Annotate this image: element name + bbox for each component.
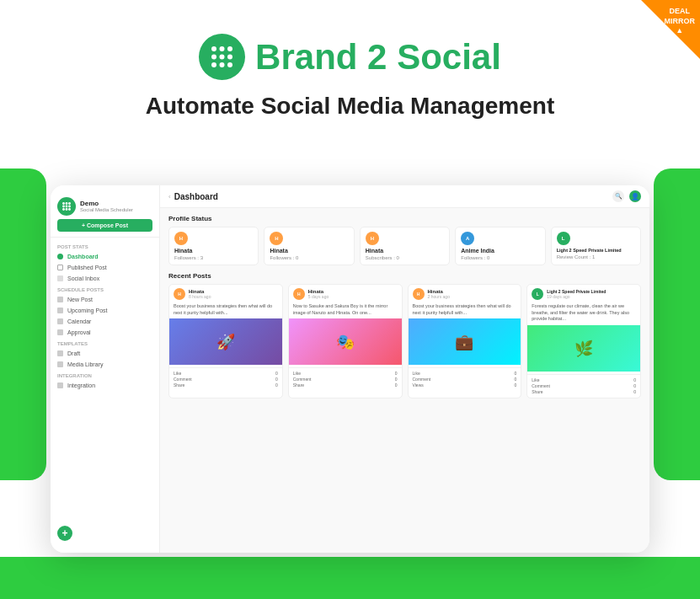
like-val-1: 0 — [395, 371, 398, 376]
post-time-3: 19 days ago — [547, 294, 636, 299]
post-stat-views-2: Views 0 — [413, 382, 517, 388]
profile-card-3: A Anime India Followers : 0 — [455, 227, 545, 265]
search-icon[interactable]: 🔍 — [612, 190, 624, 202]
profile-status-title: Profile Status — [168, 215, 641, 222]
schedule-posts-label: SCHEDULE POSTS — [51, 284, 159, 294]
post-text-2: Boost your business strategies then what… — [409, 303, 521, 318]
post-stat-share-1: Share 0 — [293, 382, 398, 388]
profile-stat-2: Subscribers : 0 — [366, 255, 444, 260]
post-meta-3: Light 2 Speed Private Limited 19 days ag… — [547, 289, 636, 299]
post-text-3: Forests regulate our climate, clean the … — [527, 303, 640, 325]
comment-label-2: Comment — [413, 377, 431, 382]
profile-card-1: H Hinata Followers : 0 — [264, 227, 354, 265]
sidebar-item-new-post[interactable]: New Post — [51, 294, 159, 305]
svg-point-12 — [62, 206, 65, 208]
brand-name: Brand 2 Social — [255, 37, 501, 78]
sidebar-logo-row: Demo Social Media Scheduler — [57, 197, 152, 216]
sidebar-item-approval[interactable]: Approval — [51, 327, 159, 338]
topbar-icons: 🔍 👤 — [612, 190, 641, 202]
media-library-icon — [57, 361, 63, 367]
sidebar-item-social-inbox[interactable]: Social Inbox — [51, 273, 159, 284]
post-stat-comment-2: Comment 0 — [413, 377, 517, 382]
post-card-header-3: L Light 2 Speed Private Limited 19 days … — [527, 285, 640, 303]
dashboard-mockup: Demo Social Media Scheduler + Compose Po… — [51, 185, 649, 553]
profile-card-2: H Hinata Subscribers : 0 — [360, 227, 450, 265]
sidebar-item-dashboard[interactable]: Dashboard — [51, 251, 159, 262]
user-icon[interactable]: 👤 — [629, 190, 641, 202]
post-meta-1: Hinata 5 days ago — [308, 289, 398, 299]
post-stat-share-3: Share 0 — [532, 389, 636, 394]
deal-mirror-text: DEAL MIRROR ▲ — [665, 7, 696, 36]
like-label-1: Like — [293, 371, 301, 376]
back-arrow[interactable]: ‹ — [168, 193, 171, 201]
like-label-3: Like — [532, 377, 539, 382]
social-inbox-label: Social Inbox — [67, 275, 99, 281]
post-time-0: 8 hours ago — [189, 294, 278, 299]
svg-point-7 — [220, 62, 225, 67]
post-stat-share-0: Share 0 — [174, 382, 278, 388]
svg-point-10 — [66, 202, 68, 205]
sidebar-brand-info: Demo Social Media Scheduler — [80, 201, 133, 213]
social-inbox-icon — [57, 275, 63, 281]
share-label-1: Share — [293, 382, 304, 388]
share-val-0: 0 — [275, 382, 278, 388]
compose-button[interactable]: + Compose Post — [57, 219, 152, 232]
comment-label-1: Comment — [293, 377, 312, 382]
integration-label-text: Integration — [67, 382, 95, 388]
sidebar-item-upcoming-post[interactable]: Upcoming Post — [51, 305, 159, 316]
published-post-label: Published Post — [67, 265, 107, 270]
post-avatar-0: H — [174, 288, 185, 300]
approval-icon — [57, 329, 63, 335]
sidebar-item-media-library[interactable]: Media Library — [51, 359, 159, 370]
dashboard-icon — [57, 254, 63, 259]
comment-val-3: 0 — [633, 383, 636, 388]
svg-point-1 — [220, 46, 225, 51]
brand-logo-icon — [199, 34, 245, 80]
post-image-1: 🎭 — [289, 318, 402, 365]
share-label-3: Share — [532, 389, 542, 394]
topbar-title: Dashboard — [174, 192, 218, 201]
calendar-label: Calendar — [67, 318, 91, 324]
draft-icon — [57, 350, 63, 356]
post-stats-0: Like 0 Comment 0 Share 0 — [169, 367, 282, 391]
post-stat-comment-0: Comment 0 — [174, 377, 278, 382]
profile-stat-1: Followers : 0 — [270, 255, 348, 260]
post-time-1: 5 days ago — [308, 294, 398, 299]
recent-posts-grid: H Hinata 8 hours ago Boost your business… — [168, 284, 641, 398]
sidebar-item-draft[interactable]: Draft — [51, 348, 159, 359]
sidebar-bottom: + — [51, 521, 159, 546]
post-stat-comment-1: Comment 0 — [293, 377, 398, 382]
post-stat-like-2: Like 0 — [413, 371, 517, 376]
sidebar-item-integration[interactable]: Integration — [51, 380, 159, 391]
svg-point-8 — [227, 62, 232, 67]
like-val-0: 0 — [275, 371, 278, 376]
svg-point-14 — [68, 206, 71, 208]
post-image-3: 🌿 — [527, 325, 640, 372]
main-content: ‹ Dashboard 🔍 👤 Profile Status H Hinata … — [160, 185, 649, 553]
recent-posts-title: Recent Posts — [168, 272, 641, 280]
post-stats-1: Like 0 Comment 0 Share 0 — [289, 367, 402, 391]
profile-name-3: Anime India — [461, 248, 539, 254]
post-avatar-1: H — [293, 288, 305, 300]
sidebar: Demo Social Media Scheduler + Compose Po… — [51, 185, 160, 553]
profile-name-0: Hinata — [174, 248, 253, 254]
new-post-label: New Post — [67, 297, 93, 302]
svg-point-16 — [66, 208, 68, 211]
svg-point-6 — [211, 62, 216, 67]
integration-icon — [57, 382, 63, 388]
svg-point-9 — [62, 202, 65, 205]
tagline: Automate Social Media Management — [146, 93, 554, 120]
calendar-icon — [57, 318, 63, 324]
profile-avatar-0: H — [174, 232, 188, 245]
sidebar-item-published-post[interactable]: Published Post — [51, 262, 159, 273]
svg-point-13 — [66, 206, 68, 208]
post-stat-like-1: Like 0 — [293, 371, 398, 376]
profile-name-4: Light 2 Speed Private Limited — [557, 248, 635, 253]
post-stat-like-0: Like 0 — [174, 371, 278, 376]
svg-point-0 — [211, 46, 216, 51]
profile-avatar-4: L — [557, 232, 570, 245]
post-image-0: 🚀 — [169, 318, 282, 365]
add-button[interactable]: + — [57, 526, 72, 541]
sidebar-item-calendar[interactable]: Calendar — [51, 316, 159, 327]
like-label-0: Like — [174, 371, 181, 376]
